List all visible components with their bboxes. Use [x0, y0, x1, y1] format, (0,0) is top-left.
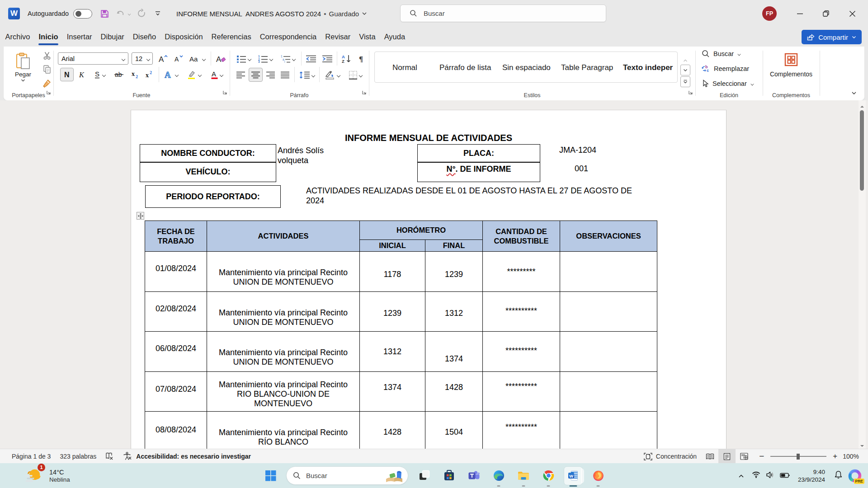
document-title[interactable]: INFORME MENSUAL ANDRES AGOSTO 2024 • Gua…	[176, 10, 367, 18]
borders-button[interactable]	[345, 68, 366, 81]
task-view-button[interactable]	[415, 467, 433, 485]
style-table-paragraph[interactable]: Table Paragrap	[561, 52, 613, 83]
undo-menu-chevron-icon[interactable]	[127, 8, 132, 19]
tab-revisar[interactable]: Revisar	[321, 27, 355, 47]
print-layout-button[interactable]	[718, 449, 736, 464]
addins-button[interactable]: Complementos	[766, 50, 816, 80]
text-effects-button[interactable]: A	[162, 68, 181, 81]
style-texto-independiente[interactable]: Texto indeper	[623, 52, 673, 83]
battery-icon[interactable]	[777, 472, 793, 480]
firefox-button[interactable]	[589, 467, 607, 485]
tab-correspondencia[interactable]: Correspondencia	[255, 27, 321, 47]
proofing-errors-icon[interactable]	[101, 449, 118, 464]
chrome-button[interactable]	[539, 467, 557, 485]
teams-button[interactable]	[465, 467, 483, 485]
clipboard-dialog-launcher-icon[interactable]	[46, 89, 52, 97]
volume-icon[interactable]	[763, 471, 777, 480]
styles-gallery-expand-button[interactable]	[680, 76, 690, 87]
style-parrafo-de-lista[interactable]: Párrafo de lista	[439, 52, 491, 83]
zoom-slider-handle[interactable]	[797, 454, 800, 460]
paragraph-dialog-launcher-icon[interactable]	[362, 89, 367, 97]
superscript-button[interactable]: x2	[143, 68, 156, 81]
bold-button[interactable]: N	[60, 68, 74, 81]
document-page[interactable]: INFORME MENSUAL DE ACTIVIDADES NOMBRE CO…	[131, 110, 726, 449]
collapse-ribbon-button[interactable]	[848, 89, 860, 98]
minimize-button[interactable]	[787, 0, 813, 27]
clock[interactable]: 9:40 23/9/2024	[798, 468, 825, 483]
redo-icon[interactable]	[136, 8, 147, 19]
tab-insertar[interactable]: Insertar	[62, 27, 96, 47]
show-marks-button[interactable]: ¶	[356, 52, 368, 65]
autosave-toggle[interactable]	[73, 9, 92, 19]
paste-button[interactable]: Pegar	[10, 49, 36, 85]
table-move-handle[interactable]	[137, 212, 144, 220]
shading-button[interactable]	[322, 68, 343, 81]
highlight-button[interactable]	[184, 68, 204, 81]
align-left-button[interactable]	[234, 68, 248, 81]
decrease-indent-button[interactable]	[304, 52, 318, 65]
word-count[interactable]: 323 palabras	[55, 449, 101, 464]
cut-button[interactable]	[42, 50, 52, 61]
styles-row-down-button[interactable]	[680, 65, 690, 75]
tab-diseno[interactable]: Diseño	[128, 27, 160, 47]
shrink-font-button[interactable]: A	[171, 52, 185, 65]
line-spacing-button[interactable]	[297, 68, 317, 81]
clear-formatting-button[interactable]: A	[214, 52, 228, 65]
replace-button[interactable]: bc Reemplazar	[702, 65, 749, 73]
focus-mode-button[interactable]: Concentración	[639, 449, 701, 464]
taskbar-weather[interactable]: 1 14°C Neblina	[24, 463, 70, 488]
microsoft-store-button[interactable]	[440, 467, 458, 485]
font-name-select[interactable]: Arial	[58, 52, 128, 65]
word-app-icon[interactable]: W	[8, 8, 20, 19]
increase-indent-button[interactable]	[320, 52, 335, 65]
styles-dialog-launcher-icon[interactable]	[688, 89, 693, 97]
font-dialog-launcher-icon[interactable]	[222, 89, 228, 97]
page-indicator[interactable]: Página 1 de 3	[0, 449, 55, 464]
edge-button[interactable]	[490, 467, 508, 485]
justify-button[interactable]	[278, 68, 292, 81]
vertical-scrollbar[interactable]	[859, 100, 866, 449]
copilot-button[interactable]: PRE	[848, 469, 862, 483]
tab-dibujar[interactable]: Dibujar	[96, 27, 128, 47]
web-layout-button[interactable]	[736, 449, 753, 464]
share-button[interactable]: Compartir	[802, 30, 862, 44]
italic-button[interactable]: K	[75, 68, 88, 81]
wifi-icon[interactable]	[749, 471, 763, 480]
align-right-button[interactable]	[264, 68, 278, 81]
style-sin-espaciado[interactable]: Sin espaciado	[502, 52, 551, 83]
font-color-button[interactable]: A	[207, 68, 227, 81]
numbering-button[interactable]: 123	[256, 52, 275, 65]
save-icon[interactable]	[99, 8, 110, 19]
find-button[interactable]: Buscar	[702, 50, 741, 58]
style-normal[interactable]: Normal	[392, 52, 417, 83]
search-input[interactable]: Buscar	[400, 5, 606, 22]
copy-button[interactable]	[42, 64, 52, 75]
tab-vista[interactable]: Vista	[355, 27, 380, 47]
strikethrough-button[interactable]: ab	[112, 68, 127, 81]
multilevel-list-button[interactable]: 1ai	[278, 52, 297, 65]
grow-font-button[interactable]: A	[156, 52, 170, 65]
format-painter-button[interactable]	[42, 78, 52, 89]
sort-button[interactable]: AZ	[340, 52, 354, 65]
zoom-level[interactable]: 100%	[842, 449, 864, 464]
styles-row-up-button[interactable]	[680, 57, 690, 64]
bullets-button[interactable]	[234, 52, 253, 65]
tab-inicio[interactable]: Inicio	[34, 27, 62, 47]
font-size-select[interactable]: 12	[132, 52, 153, 65]
taskbar-search[interactable]: Buscar	[286, 466, 408, 485]
subscript-button[interactable]: x2	[129, 68, 142, 81]
avatar[interactable]: FP	[762, 6, 777, 21]
tab-ayuda[interactable]: Ayuda	[380, 27, 410, 47]
tab-disposicion[interactable]: Disposición	[160, 27, 207, 47]
tray-chevron-icon[interactable]	[733, 472, 749, 480]
align-center-button[interactable]	[249, 68, 263, 82]
zoom-out-button[interactable]: −	[753, 449, 766, 464]
change-case-button[interactable]: Aa	[188, 52, 208, 65]
close-button[interactable]	[839, 0, 865, 27]
undo-icon[interactable]	[115, 8, 127, 19]
word-button[interactable]: W	[564, 467, 582, 485]
read-mode-button[interactable]	[701, 449, 718, 464]
underline-button[interactable]: S	[90, 68, 110, 81]
tab-archivo[interactable]: Archivo	[1, 27, 34, 47]
customize-quick-access-icon[interactable]	[152, 8, 164, 19]
